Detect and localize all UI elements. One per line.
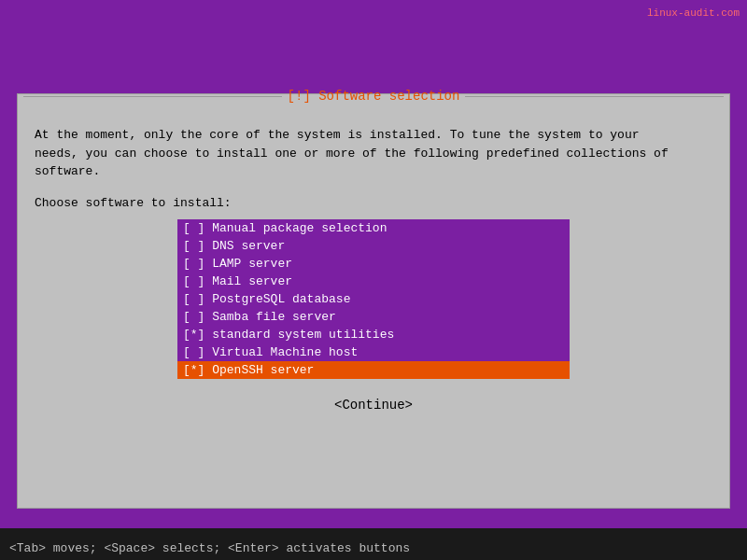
continue-button[interactable]: <Continue> [323,396,424,414]
desc-line2: needs, you can choose to install one or … [35,147,669,161]
list-item-mail[interactable]: [ ] Mail server [177,273,570,290]
list-item-postgresql[interactable]: [ ] PostgreSQL database [177,290,570,308]
title-line-right [465,96,724,97]
watermark: linux-audit.com [647,7,740,19]
list-item-samba[interactable]: [ ] Samba file server [177,308,570,326]
list-item-manual[interactable]: [ ] Manual package selection [177,219,570,237]
status-bar: <Tab> moves; <Space> selects; <Enter> ac… [0,536,747,560]
list-item-lamp[interactable]: [ ] LAMP server [177,255,570,273]
list-item-dns[interactable]: [ ] DNS server [177,237,570,255]
bottom-border [0,528,747,536]
desc-line1: At the moment, only the core of the syst… [35,128,640,142]
list-item-openssh[interactable]: [*] OpenSSH server [177,361,570,379]
description-text: At the moment, only the core of the syst… [35,126,712,181]
status-text: <Tab> moves; <Space> selects; <Enter> ac… [9,541,410,555]
software-selection-dialog: [!] Software selection At the moment, on… [17,93,730,509]
list-item-standard[interactable]: [*] standard system utilities [177,326,570,343]
dialog-body: At the moment, only the core of the syst… [18,117,729,424]
title-line-left [23,96,282,97]
continue-btn-container: <Continue> [35,396,712,414]
list-item-vm[interactable]: [ ] Virtual Machine host [177,343,570,361]
choose-label: Choose software to install: [35,196,712,210]
software-list: [ ] Manual package selection[ ] DNS serv… [177,219,570,379]
desc-line3: software. [35,164,100,178]
dialog-title: [!] Software selection [288,89,460,104]
dialog-title-bar: [!] Software selection [18,85,729,107]
